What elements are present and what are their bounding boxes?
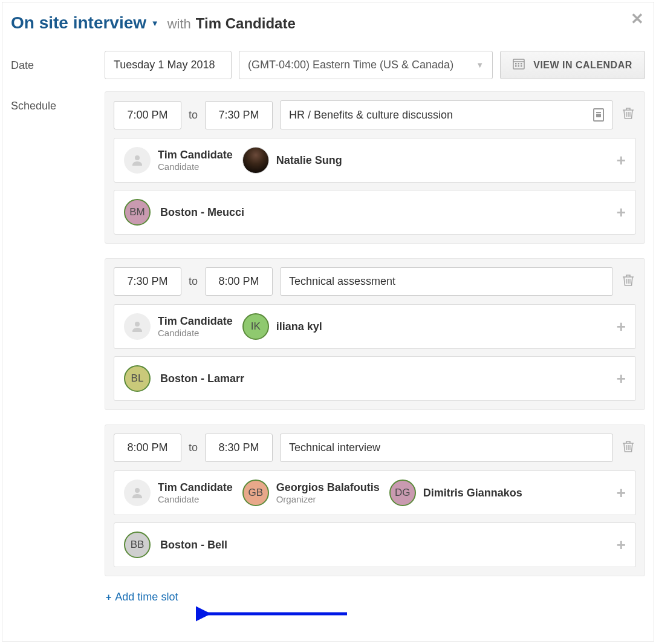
avatar: DG bbox=[389, 480, 416, 506]
svg-point-20 bbox=[135, 488, 140, 493]
add-slot-label: Add time slot bbox=[115, 591, 178, 603]
svg-rect-4 bbox=[518, 63, 520, 65]
attendee-name: Georgios Balafoutis bbox=[276, 481, 380, 494]
date-row: Date Tuesday 1 May 2018 (GMT-04:00) East… bbox=[11, 51, 645, 79]
topic-input[interactable]: Technical interview bbox=[280, 434, 613, 462]
date-value: Tuesday 1 May 2018 bbox=[114, 59, 215, 71]
topic-input[interactable]: HR / Benefits & culture discussion bbox=[280, 100, 613, 129]
room-name: Boston - Lamarr bbox=[160, 372, 244, 385]
attendee: IKiliana kyl bbox=[242, 313, 322, 340]
topic-input[interactable]: Technical assessment bbox=[280, 267, 613, 296]
time-slot-card: 7:30 PMto8:00 PMTechnical assessmentTim … bbox=[105, 258, 645, 410]
time-slot-card: 8:00 PMto8:30 PMTechnical interviewTim C… bbox=[105, 424, 645, 576]
schedule-label: Schedule bbox=[11, 91, 105, 112]
avatar: IK bbox=[242, 313, 269, 340]
to-label: to bbox=[189, 275, 198, 288]
topic-text: Technical assessment bbox=[289, 275, 395, 288]
chevron-down-icon: ▼ bbox=[151, 19, 159, 28]
room-panel: BMBoston - Meucci+ bbox=[114, 190, 636, 235]
attendee: Tim CandidateCandidate bbox=[124, 313, 233, 340]
attendee: Natalie Sung bbox=[242, 147, 342, 174]
delete-slot-button[interactable] bbox=[620, 434, 636, 462]
interview-type-dropdown[interactable]: On site interview ▼ bbox=[11, 13, 159, 33]
svg-rect-8 bbox=[521, 65, 522, 67]
attendee: Tim CandidateCandidate bbox=[124, 480, 233, 506]
end-time-input[interactable]: 8:30 PM bbox=[205, 434, 273, 462]
delete-slot-button[interactable] bbox=[620, 101, 636, 129]
attendee-name: Tim Candidate bbox=[158, 481, 233, 494]
attendee-name: Dimitris Giannakos bbox=[423, 487, 522, 499]
topic-text: Technical interview bbox=[289, 441, 380, 454]
add-attendee-button[interactable]: + bbox=[617, 151, 626, 170]
room-name: Boston - Bell bbox=[160, 539, 227, 551]
to-label: to bbox=[189, 441, 198, 454]
timezone-select[interactable]: (GMT-04:00) Eastern Time (US & Canada) ▼ bbox=[239, 51, 493, 79]
end-time-input[interactable]: 7:30 PM bbox=[205, 101, 273, 129]
svg-rect-7 bbox=[518, 65, 520, 67]
scorecard-icon[interactable] bbox=[593, 108, 604, 122]
attendee: Tim CandidateCandidate bbox=[124, 147, 233, 174]
interview-dialog: ✕ On site interview ▼ with Tim Candidate… bbox=[2, 2, 654, 642]
attendee-role: Candidate bbox=[158, 494, 233, 504]
dialog-header: On site interview ▼ with Tim Candidate bbox=[11, 13, 645, 33]
add-room-button[interactable]: + bbox=[617, 536, 626, 555]
chevron-down-icon: ▼ bbox=[476, 60, 484, 70]
add-attendee-button[interactable]: + bbox=[617, 317, 626, 336]
add-room-button[interactable]: + bbox=[617, 203, 626, 222]
attendee-name: iliana kyl bbox=[276, 320, 322, 333]
view-in-calendar-button[interactable]: VIEW IN CALENDAR bbox=[500, 51, 645, 79]
date-input[interactable]: Tuesday 1 May 2018 bbox=[105, 51, 232, 79]
attendee: DGDimitris Giannakos bbox=[389, 480, 522, 506]
svg-point-12 bbox=[135, 155, 140, 160]
attendee-name: Tim Candidate bbox=[158, 149, 233, 161]
with-label: with bbox=[167, 16, 191, 32]
avatar bbox=[124, 480, 151, 506]
slot-time-row: 8:00 PMto8:30 PMTechnical interview bbox=[114, 434, 636, 462]
attendee-name: Natalie Sung bbox=[276, 154, 342, 167]
room-panel: BBBoston - Bell+ bbox=[114, 522, 636, 567]
svg-rect-6 bbox=[515, 65, 517, 67]
start-time-input[interactable]: 8:00 PM bbox=[114, 434, 181, 462]
attendee: GBGeorgios BalafoutisOrganizer bbox=[242, 480, 380, 506]
room-panel: BLBoston - Lamarr+ bbox=[114, 356, 636, 401]
add-room-button[interactable]: + bbox=[617, 369, 626, 388]
room-avatar: BL bbox=[124, 365, 151, 392]
attendees-panel: Tim CandidateCandidateNatalie Sung+ bbox=[114, 138, 636, 183]
end-time-input[interactable]: 8:00 PM bbox=[205, 267, 273, 296]
attendees-panel: Tim CandidateCandidateGBGeorgios Balafou… bbox=[114, 470, 636, 515]
attendees-panel: Tim CandidateCandidateIKiliana kyl+ bbox=[114, 304, 636, 349]
timezone-value: (GMT-04:00) Eastern Time (US & Canada) bbox=[248, 59, 453, 71]
slot-time-row: 7:30 PMto8:00 PMTechnical assessment bbox=[114, 267, 636, 296]
start-time-input[interactable]: 7:00 PM bbox=[114, 101, 181, 129]
topic-text: HR / Benefits & culture discussion bbox=[289, 109, 453, 122]
interview-type-label: On site interview bbox=[11, 13, 146, 32]
plus-icon: + bbox=[106, 592, 111, 603]
svg-rect-5 bbox=[521, 63, 522, 65]
attendee-name: Tim Candidate bbox=[158, 315, 233, 328]
attendee-role: Organizer bbox=[276, 494, 380, 504]
room-avatar: BM bbox=[124, 199, 151, 226]
view-calendar-label: VIEW IN CALENDAR bbox=[533, 60, 632, 71]
schedule-row: Schedule 7:00 PMto7:30 PMHR / Benefits &… bbox=[11, 91, 645, 603]
delete-slot-button[interactable] bbox=[620, 268, 636, 296]
annotation-arrow bbox=[196, 605, 353, 623]
add-time-slot-button[interactable]: +Add time slot bbox=[106, 591, 178, 603]
room-avatar: BB bbox=[124, 532, 151, 558]
avatar: GB bbox=[242, 480, 269, 506]
avatar bbox=[242, 147, 269, 174]
date-label: Date bbox=[11, 51, 105, 72]
svg-rect-3 bbox=[515, 63, 517, 65]
room-name: Boston - Meucci bbox=[160, 206, 244, 219]
add-attendee-button[interactable]: + bbox=[617, 484, 626, 503]
calendar-icon bbox=[513, 57, 525, 73]
to-label: to bbox=[189, 109, 198, 122]
svg-point-16 bbox=[135, 322, 140, 327]
slot-time-row: 7:00 PMto7:30 PMHR / Benefits & culture … bbox=[114, 100, 636, 129]
candidate-name: Tim Candidate bbox=[196, 15, 296, 32]
time-slot-card: 7:00 PMto7:30 PMHR / Benefits & culture … bbox=[105, 91, 645, 244]
close-icon[interactable]: ✕ bbox=[631, 10, 644, 28]
avatar bbox=[124, 313, 151, 340]
attendee-role: Candidate bbox=[158, 161, 233, 172]
attendee-role: Candidate bbox=[158, 328, 233, 338]
start-time-input[interactable]: 7:30 PM bbox=[114, 267, 181, 296]
